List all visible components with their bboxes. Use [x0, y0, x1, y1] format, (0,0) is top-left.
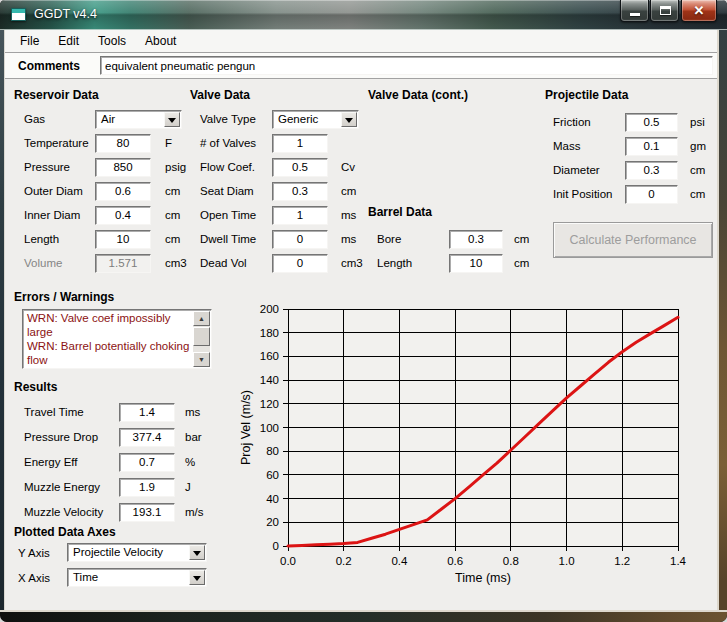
svg-text:100: 100: [260, 422, 279, 434]
scroll-down-icon[interactable]: ▼: [193, 352, 210, 367]
valve-data-cont-header: Valve Data (cont.): [368, 88, 468, 102]
warning-item[interactable]: WRN: Valve coef impossibly large: [27, 311, 191, 339]
projectile-init-position-unit: cm: [690, 188, 705, 200]
valve-flow-coef-field[interactable]: 0.5: [272, 158, 328, 177]
minimize-button[interactable]: [620, 0, 649, 22]
reservoir-gas-label: Gas: [24, 113, 45, 125]
y-axis-combo[interactable]: Projectile Velocity: [67, 543, 207, 562]
reservoir-pressure-field[interactable]: 850: [95, 158, 151, 177]
valve-of-valves-field[interactable]: 1: [272, 134, 328, 153]
warning-item[interactable]: WRN: Barrel choking flow: [27, 367, 191, 369]
projectile-friction-unit: psi: [690, 116, 705, 128]
barrel-length-label: Length: [377, 257, 412, 269]
valve-flow-coef-unit: Cv: [341, 161, 355, 173]
chevron-down-icon[interactable]: [189, 570, 205, 585]
reservoir-gas-combo[interactable]: Air: [95, 110, 182, 129]
barrel-bore-label: Bore: [377, 233, 401, 245]
x-axis-combo[interactable]: Time: [67, 568, 207, 587]
close-button[interactable]: ✕: [681, 0, 717, 22]
projectile-init-position-field[interactable]: 0: [625, 185, 678, 204]
svg-text:1.4: 1.4: [670, 555, 687, 567]
minimize-icon: [630, 13, 640, 16]
barrel-bore-field[interactable]: 0.3: [449, 230, 503, 249]
projectile-mass-label: Mass: [553, 140, 580, 152]
window-border-bottom: [0, 610, 727, 622]
results-energy-eff-label: Energy Eff: [24, 456, 78, 468]
reservoir-inner-diam-unit: cm: [165, 209, 180, 221]
maximize-icon: [660, 6, 671, 15]
calculate-performance-button[interactable]: Calculate Performance: [553, 222, 713, 258]
results-muzzle-energy-label: Muzzle Energy: [24, 481, 100, 493]
reservoir-length-label: Length: [24, 233, 59, 245]
results-travel-time-unit: ms: [185, 406, 200, 418]
chevron-down-icon[interactable]: [189, 545, 205, 560]
menu-about[interactable]: About: [139, 32, 182, 50]
errors-scrollbar[interactable]: ▲ ▼: [193, 311, 210, 367]
svg-text:0.4: 0.4: [391, 555, 408, 567]
chevron-down-icon[interactable]: [164, 112, 180, 127]
valve-dwell-time-label: Dwell Time: [200, 233, 256, 245]
scrollbar-thumb[interactable]: [193, 327, 210, 346]
warning-item[interactable]: WRN: Barrel potentially choking flow: [27, 339, 191, 367]
x-axis-label: X Axis: [18, 572, 50, 584]
projectile-mass-unit: gm: [690, 140, 706, 152]
projectile-mass-field[interactable]: 0.1: [625, 137, 678, 156]
valve-seat-diam-field[interactable]: 0.3: [272, 182, 328, 201]
title-bar[interactable]: GGDT v4.4 ✕: [0, 0, 727, 30]
valve-open-time-field[interactable]: 1: [272, 206, 328, 225]
window-title: GGDT v4.4: [34, 7, 97, 21]
results-pressure-drop-label: Pressure Drop: [24, 431, 98, 443]
projectile-friction-field[interactable]: 0.5: [625, 113, 678, 132]
reservoir-pressure-label: Pressure: [24, 161, 70, 173]
menu-edit[interactable]: Edit: [52, 32, 85, 50]
reservoir-length-field[interactable]: 10: [95, 230, 151, 249]
svg-text:1.2: 1.2: [614, 555, 630, 567]
valve-dead-vol-field[interactable]: 0: [272, 254, 328, 273]
reservoir-length-unit: cm: [165, 233, 180, 245]
comments-input[interactable]: [100, 56, 713, 75]
reservoir-volume-unit: cm3: [165, 257, 187, 269]
svg-text:1.0: 1.0: [559, 555, 575, 567]
menu-tools[interactable]: Tools: [92, 32, 132, 50]
svg-text:0.2: 0.2: [336, 555, 352, 567]
reservoir-temperature-unit: F: [165, 137, 172, 149]
valve-flow-coef-label: Flow Coef.: [200, 161, 255, 173]
svg-text:0: 0: [273, 540, 279, 552]
svg-text:Time (ms): Time (ms): [455, 571, 511, 585]
reservoir-volume-label: Volume: [24, 257, 62, 269]
svg-text:120: 120: [260, 398, 279, 410]
scroll-up-icon[interactable]: ▲: [193, 311, 210, 326]
reservoir-inner-diam-field[interactable]: 0.4: [95, 206, 151, 225]
svg-text:0.6: 0.6: [447, 555, 463, 567]
plotted-data-axes-header: Plotted Data Axes: [14, 525, 116, 539]
errors-warnings-list[interactable]: WRN: Valve coef impossibly largeWRN: Bar…: [22, 309, 212, 369]
reservoir-outer-diam-field[interactable]: 0.6: [95, 182, 151, 201]
results-pressure-drop-field[interactable]: 377.4: [119, 428, 175, 447]
window-border-right: [717, 30, 727, 610]
results-energy-eff-field[interactable]: 0.7: [119, 453, 175, 472]
svg-text:200: 200: [260, 303, 279, 315]
chevron-down-icon[interactable]: [341, 112, 357, 127]
valve-seat-diam-label: Seat Diam: [200, 185, 254, 197]
projectile-init-position-label: Init Position: [553, 188, 612, 200]
valve-valve-type-combo[interactable]: Generic: [272, 110, 359, 129]
valve-dwell-time-field[interactable]: 0: [272, 230, 328, 249]
y-axis-combo-value: Projectile Velocity: [73, 546, 163, 558]
reservoir-temperature-field[interactable]: 80: [95, 134, 151, 153]
reservoir-volume-field: 1.571: [95, 254, 151, 273]
menu-file[interactable]: File: [14, 32, 45, 50]
results-muzzle-energy-field[interactable]: 1.9: [119, 478, 175, 497]
close-icon: ✕: [682, 3, 716, 18]
projectile-diameter-field[interactable]: 0.3: [625, 161, 678, 180]
projectile-data-header: Projectile Data: [545, 88, 628, 102]
barrel-length-field[interactable]: 10: [449, 254, 503, 273]
maximize-button[interactable]: [650, 0, 679, 22]
svg-text:160: 160: [260, 350, 279, 362]
valve-open-time-unit: ms: [341, 209, 356, 221]
x-axis-combo-value: Time: [73, 571, 98, 583]
results-muzzle-velocity-field[interactable]: 193.1: [119, 503, 175, 522]
reservoir-inner-diam-label: Inner Diam: [24, 209, 80, 221]
svg-text:20: 20: [266, 516, 279, 528]
results-energy-eff-unit: %: [185, 456, 195, 468]
results-travel-time-field[interactable]: 1.4: [119, 403, 175, 422]
